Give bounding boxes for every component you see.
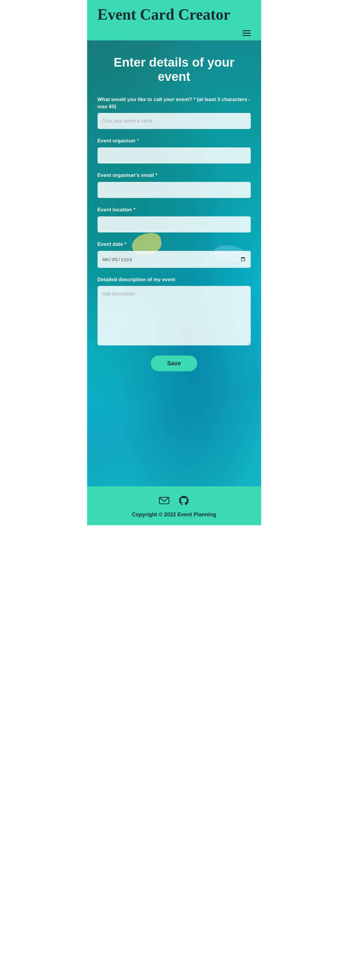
section-heading: Enter details of your event — [97, 55, 251, 84]
event-organiser-group: Event organiser * — [97, 137, 251, 164]
event-name-label: What would you like to call your event? … — [97, 96, 251, 110]
hamburger-line-2 — [243, 33, 251, 33]
footer-copyright: Copyright © 2022 Event Planning — [97, 512, 251, 518]
event-organiser-input[interactable] — [97, 148, 251, 164]
header-nav — [97, 26, 251, 40]
event-description-group: Detailed description of my event — [97, 276, 251, 347]
page-footer: Copyright © 2022 Event Planning — [87, 486, 261, 525]
email-icon[interactable] — [159, 495, 169, 507]
event-form: What would you like to call your event? … — [97, 96, 251, 372]
event-description-textarea[interactable] — [97, 286, 251, 345]
event-organiser-label: Event organiser * — [97, 137, 251, 145]
hamburger-menu-button[interactable] — [243, 30, 251, 36]
footer-icons — [97, 495, 251, 507]
event-organiser-email-input[interactable] — [97, 182, 251, 198]
event-location-label: Event location * — [97, 206, 251, 213]
event-organiser-email-label: Event organiser's email * — [97, 172, 251, 179]
event-description-label: Detailed description of my event — [97, 276, 251, 283]
event-organiser-email-group: Event organiser's email * — [97, 172, 251, 198]
event-date-group: Event date * — [97, 241, 251, 268]
save-button-wrapper: Save — [97, 355, 251, 371]
event-date-input[interactable] — [97, 251, 251, 268]
event-location-input[interactable] — [97, 216, 251, 232]
page-header: Event Card Creator — [87, 0, 261, 40]
save-button[interactable]: Save — [151, 355, 198, 371]
event-name-input[interactable] — [97, 113, 251, 129]
event-location-group: Event location * — [97, 206, 251, 232]
hamburger-line-1 — [243, 30, 251, 31]
event-name-group: What would you like to call your event? … — [97, 96, 251, 129]
hamburger-line-3 — [243, 35, 251, 36]
github-icon[interactable] — [179, 495, 189, 507]
event-date-label: Event date * — [97, 241, 251, 248]
page-title: Event Card Creator — [97, 6, 251, 26]
main-content: Enter details of your event What would y… — [87, 40, 261, 486]
event-date-wrapper — [97, 251, 251, 268]
